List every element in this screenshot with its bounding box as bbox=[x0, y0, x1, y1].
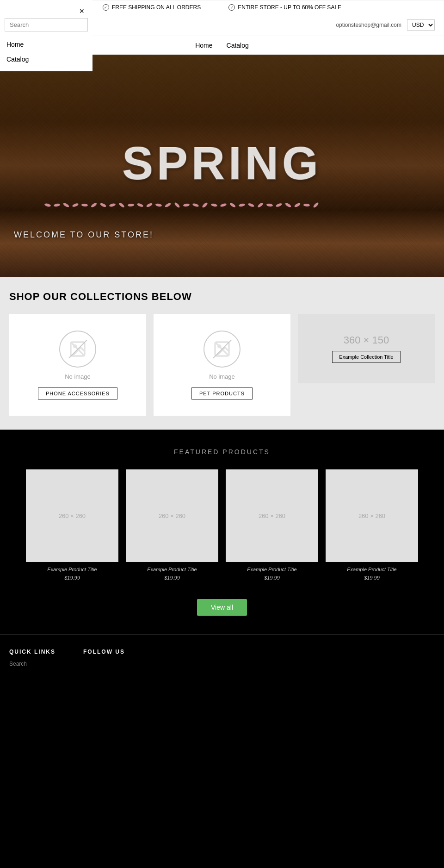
petal bbox=[247, 203, 254, 208]
petal bbox=[211, 203, 218, 207]
product-price-2: $19.99 bbox=[126, 575, 218, 581]
announcement-text-1: FREE SHIPPING ON ALL ORDERS bbox=[112, 4, 201, 11]
petal bbox=[313, 202, 319, 208]
collections-grid: No image PHONE ACCESSORIES No image PET … bbox=[9, 314, 435, 416]
petal bbox=[220, 203, 227, 207]
pet-products-button[interactable]: PET PRODUCTS bbox=[191, 387, 253, 400]
no-image-text-phone: No image bbox=[65, 373, 91, 380]
check-icon-1: ✓ bbox=[103, 4, 109, 11]
featured-title: FEATURED PRODUCTS bbox=[9, 448, 435, 456]
no-image-icon-pet bbox=[204, 331, 240, 368]
petal bbox=[164, 202, 171, 208]
example-dimensions: 360 × 150 bbox=[344, 334, 389, 346]
product-image-2: 260 × 260 bbox=[126, 469, 218, 562]
petal bbox=[109, 203, 116, 207]
petal bbox=[266, 203, 273, 207]
petal bbox=[128, 203, 134, 206]
announcement-item-1: ✓ FREE SHIPPING ON ALL ORDERS bbox=[103, 4, 201, 11]
mobile-menu: × Home Catalog bbox=[0, 0, 92, 71]
site-footer: QUICK LINKS Search FOLLOW US bbox=[0, 634, 444, 688]
collection-card-pet[interactable]: No image PET PRODUCTS bbox=[154, 314, 290, 416]
product-title-4: Example Product Title bbox=[326, 567, 418, 572]
petal bbox=[72, 203, 79, 207]
petal bbox=[155, 203, 162, 207]
footer-columns: QUICK LINKS Search FOLLOW US bbox=[9, 649, 435, 670]
petal bbox=[81, 203, 88, 206]
search-input[interactable] bbox=[5, 18, 88, 31]
no-image-svg-pet bbox=[213, 340, 231, 358]
product-card-1[interactable]: 260 × 260 Example Product Title $19.99 bbox=[26, 469, 118, 581]
collection-card-phone[interactable]: No image PHONE ACCESSORIES bbox=[9, 314, 146, 416]
hero-petals bbox=[44, 198, 400, 212]
header-email: optionsteshop@gmail.com bbox=[336, 22, 401, 28]
view-all-button[interactable]: View all bbox=[197, 599, 247, 616]
petal bbox=[146, 202, 153, 207]
products-grid: 260 × 260 Example Product Title $19.99 2… bbox=[9, 469, 435, 581]
footer-quick-links-title: QUICK LINKS bbox=[9, 649, 56, 655]
announcement-text-2: ENTIRE STORE - UP TO 60% OFF SALE bbox=[238, 4, 341, 11]
mobile-nav: Home Catalog bbox=[5, 37, 88, 67]
footer-col-quick-links: QUICK LINKS Search bbox=[9, 649, 56, 670]
petal bbox=[275, 203, 282, 208]
hero-spring-text: SPRING bbox=[122, 137, 321, 190]
petal bbox=[99, 202, 106, 207]
petal bbox=[118, 202, 125, 208]
footer-follow-us-title: FOLLOW US bbox=[83, 649, 125, 655]
close-icon[interactable]: × bbox=[5, 5, 88, 18]
nav-catalog[interactable]: Catalog bbox=[227, 42, 249, 49]
footer-link-search[interactable]: Search bbox=[9, 661, 56, 667]
check-icon-2: ✓ bbox=[228, 4, 235, 11]
nav-home[interactable]: Home bbox=[195, 42, 212, 49]
no-image-icon bbox=[59, 331, 96, 368]
petal bbox=[44, 203, 51, 207]
hero-section: SPRING WELCOME TO OUR STORE! bbox=[0, 55, 444, 277]
collection-card-example[interactable]: 360 × 150 Example Collection Title bbox=[298, 314, 435, 383]
currency-select[interactable]: USD EUR GBP bbox=[407, 19, 435, 31]
product-price-3: $19.99 bbox=[226, 575, 318, 581]
product-image-4: 260 × 260 bbox=[326, 469, 418, 562]
example-collection-button[interactable]: Example Collection Title bbox=[332, 351, 400, 363]
product-title-3: Example Product Title bbox=[226, 567, 318, 572]
petal bbox=[136, 203, 143, 207]
petal bbox=[202, 202, 208, 208]
petal bbox=[229, 202, 236, 208]
footer-col-follow-us: FOLLOW US bbox=[83, 649, 125, 670]
collections-title: SHOP OUR COLLECTIONS BELOW bbox=[9, 291, 435, 303]
product-title-2: Example Product Title bbox=[126, 567, 218, 572]
petal bbox=[294, 202, 301, 208]
header-right: optionsteshop@gmail.com USD EUR GBP bbox=[336, 19, 435, 31]
no-image-svg bbox=[68, 340, 87, 358]
product-card-2[interactable]: 260 × 260 Example Product Title $19.99 bbox=[126, 469, 218, 581]
petal bbox=[257, 202, 264, 208]
mobile-nav-home[interactable]: Home bbox=[5, 37, 88, 52]
petal bbox=[303, 204, 310, 207]
petal bbox=[183, 203, 190, 207]
petal bbox=[192, 203, 199, 207]
product-image-3: 260 × 260 bbox=[226, 469, 318, 562]
no-image-text-pet: No image bbox=[209, 373, 235, 380]
product-image-1: 260 × 260 bbox=[26, 469, 118, 562]
petal bbox=[91, 202, 98, 208]
petal bbox=[239, 203, 246, 207]
petal bbox=[54, 203, 61, 207]
product-price-4: $19.99 bbox=[326, 575, 418, 581]
mobile-nav-catalog[interactable]: Catalog bbox=[5, 52, 88, 67]
petal bbox=[174, 202, 180, 208]
product-price-1: $19.99 bbox=[26, 575, 118, 581]
petal bbox=[62, 202, 69, 208]
product-card-3[interactable]: 260 × 260 Example Product Title $19.99 bbox=[226, 469, 318, 581]
product-title-1: Example Product Title bbox=[26, 567, 118, 572]
product-card-4[interactable]: 260 × 260 Example Product Title $19.99 bbox=[326, 469, 418, 581]
announcement-item-2: ✓ ENTIRE STORE - UP TO 60% OFF SALE bbox=[228, 4, 341, 11]
hero-welcome-text: WELCOME TO OUR STORE! bbox=[14, 230, 154, 240]
phone-accessories-button[interactable]: PHONE ACCESSORIES bbox=[38, 387, 117, 400]
petal bbox=[284, 202, 291, 208]
featured-section: FEATURED PRODUCTS 260 × 260 Example Prod… bbox=[0, 430, 444, 634]
collections-section: SHOP OUR COLLECTIONS BELOW No image PHON… bbox=[0, 277, 444, 430]
